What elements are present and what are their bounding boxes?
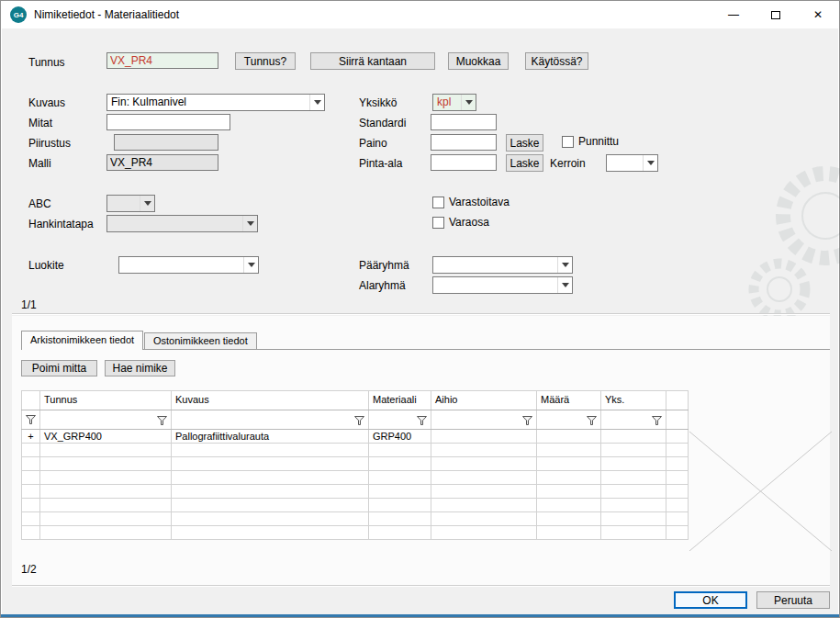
poimi-mitta-button[interactable]: Poimi mitta xyxy=(21,360,97,376)
table-row-empty[interactable] xyxy=(22,485,689,499)
minimize-button[interactable]: — xyxy=(712,1,755,28)
checkbox-box[interactable] xyxy=(432,197,444,208)
standardi-label: Standardi xyxy=(359,117,406,129)
header-row: Tunnus Kuvaus Materiaali Aihio Määrä Yks… xyxy=(22,391,689,410)
abc-value xyxy=(107,196,140,211)
peruuta-button[interactable]: Peruuta xyxy=(756,591,830,609)
luokite-combobox[interactable] xyxy=(118,256,259,274)
column-header-filler xyxy=(666,391,689,410)
column-header-aihio[interactable]: Aihio xyxy=(431,391,537,410)
filter-icon[interactable] xyxy=(522,416,532,425)
checkbox-box[interactable] xyxy=(562,136,574,148)
abc-combobox[interactable] xyxy=(106,195,155,212)
piirustus-input[interactable] xyxy=(114,134,218,151)
paino-input[interactable] xyxy=(431,134,497,151)
tunnus-input[interactable] xyxy=(106,52,218,69)
chevron-down-icon[interactable] xyxy=(557,257,572,273)
tunnus-question-button[interactable]: Tunnus? xyxy=(235,52,296,70)
table-row-empty[interactable] xyxy=(22,471,689,485)
minimize-icon: — xyxy=(728,8,739,21)
cell-tunnus: VX_GRP400 xyxy=(40,430,172,444)
siirra-kantaan-button[interactable]: Siirrä kantaan xyxy=(310,52,435,70)
column-header-maara[interactable]: Määrä xyxy=(537,391,601,410)
mitat-input[interactable] xyxy=(106,114,230,130)
punnittu-checkbox[interactable]: Punnittu xyxy=(562,135,619,148)
filter-cell[interactable] xyxy=(431,410,537,430)
chevron-down-icon[interactable] xyxy=(557,277,572,293)
malli-input[interactable] xyxy=(106,154,218,171)
filter-row xyxy=(22,410,689,430)
table-row-empty[interactable] xyxy=(22,512,689,526)
filter-cell[interactable] xyxy=(537,410,601,430)
laske-paino-button[interactable]: Laske xyxy=(506,134,543,152)
filter-icon[interactable] xyxy=(26,415,36,424)
chevron-down-icon[interactable] xyxy=(140,196,154,211)
tab-ostonimikkeen-tiedot[interactable]: Ostonimikkeen tiedot xyxy=(144,332,257,350)
table-row-empty[interactable] xyxy=(22,526,689,540)
column-header-tunnus[interactable]: Tunnus xyxy=(40,391,172,410)
filter-icon[interactable] xyxy=(587,416,597,425)
filter-cell[interactable] xyxy=(40,410,172,430)
close-icon: ✕ xyxy=(813,8,823,21)
app-icon: G4 xyxy=(10,6,27,23)
column-header-yks[interactable]: Yks. xyxy=(601,391,666,410)
table-row[interactable]: + VX_GRP400 Pallografiittivalurauta GRP4… xyxy=(22,430,689,444)
alaryhma-label: Alaryhmä xyxy=(359,279,406,292)
yksikko-combobox[interactable]: kpl xyxy=(432,94,476,111)
checkbox-box[interactable] xyxy=(432,217,444,229)
chevron-down-icon[interactable] xyxy=(242,216,257,231)
varaosa-checkbox[interactable]: Varaosa xyxy=(432,216,489,229)
varaosa-label: Varaosa xyxy=(449,216,489,229)
table-row-empty[interactable] xyxy=(22,457,689,471)
tab-arkistonimikkeen-tiedot[interactable]: Arkistonimikkeen tiedot xyxy=(21,331,143,350)
alaryhma-value xyxy=(433,277,557,293)
cell-filler xyxy=(666,430,689,444)
cell-aihio xyxy=(431,430,537,444)
chevron-down-icon[interactable] xyxy=(243,257,258,273)
mitat-label: Mitat xyxy=(28,117,52,129)
filter-cell[interactable] xyxy=(369,410,431,430)
row-expand-marker[interactable]: + xyxy=(22,430,40,444)
malli-label: Malli xyxy=(28,157,51,170)
laske-pinta-ala-button[interactable]: Laske xyxy=(506,154,543,172)
column-header-kuvaus[interactable]: Kuvaus xyxy=(172,391,369,410)
filter-icon[interactable] xyxy=(652,416,662,425)
filter-icon[interactable] xyxy=(157,416,167,425)
filter-icon[interactable] xyxy=(417,416,427,425)
kuvaus-combobox[interactable]: Fin: Kulmanivel xyxy=(106,94,325,111)
pinta-ala-input[interactable] xyxy=(431,154,497,171)
alaryhma-combobox[interactable] xyxy=(432,276,573,294)
filter-cell[interactable] xyxy=(172,410,369,430)
maximize-button[interactable] xyxy=(755,1,797,28)
window-bottom-edge xyxy=(1,614,839,617)
chevron-down-icon[interactable] xyxy=(309,95,324,110)
tunnus-label: Tunnus xyxy=(28,56,65,69)
filter-icon[interactable] xyxy=(354,416,364,425)
kaytossa-question-button[interactable]: Käytössä? xyxy=(525,52,588,70)
kuvaus-value: Fin: Kulmanivel xyxy=(107,95,309,110)
punnittu-label: Punnittu xyxy=(578,135,619,148)
varastoitava-checkbox[interactable]: Varastoitava xyxy=(432,196,510,208)
kuvaus-label: Kuvaus xyxy=(28,96,65,109)
yksikko-label: Yksikkö xyxy=(359,96,397,109)
standardi-input[interactable] xyxy=(431,114,497,130)
chevron-down-icon[interactable] xyxy=(643,155,657,171)
close-button[interactable]: ✕ xyxy=(797,1,839,28)
filter-cell[interactable] xyxy=(22,410,40,430)
table-row-empty[interactable] xyxy=(22,444,689,457)
hankintatapa-combobox[interactable] xyxy=(106,215,258,232)
cell-yks xyxy=(601,430,666,444)
ok-button[interactable]: OK xyxy=(674,591,747,609)
muokkaa-button[interactable]: Muokkaa xyxy=(448,52,509,70)
paaryhma-combobox[interactable] xyxy=(432,256,573,274)
chevron-down-icon[interactable] xyxy=(461,95,476,110)
luokite-value xyxy=(119,257,243,273)
kerroin-combobox[interactable] xyxy=(606,154,658,172)
column-header-materiaali[interactable]: Materiaali xyxy=(369,391,431,410)
hae-nimike-button[interactable]: Hae nimike xyxy=(105,360,175,376)
table-row-empty[interactable] xyxy=(22,499,689,512)
form-record-counter: 1/1 xyxy=(21,298,37,311)
kerroin-label: Kerroin xyxy=(550,157,586,170)
cell-materiaali: GRP400 xyxy=(369,430,431,444)
filter-cell[interactable] xyxy=(601,410,666,430)
